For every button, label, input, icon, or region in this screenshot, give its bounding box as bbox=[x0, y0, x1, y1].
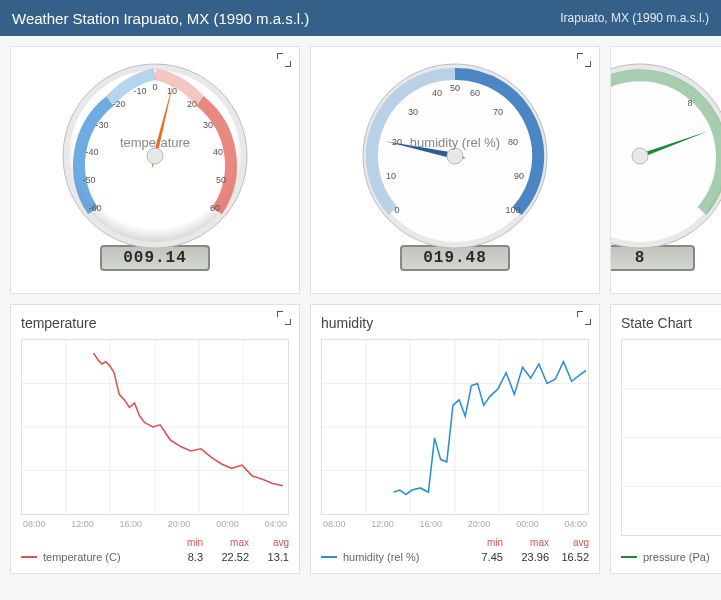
svg-text:30: 30 bbox=[408, 107, 418, 117]
location-label: Irapuato, MX (1990 m.a.s.l.) bbox=[560, 11, 709, 25]
svg-text:-20: -20 bbox=[112, 99, 125, 109]
chart-plot-humidity[interactable] bbox=[321, 339, 589, 515]
expand-icon[interactable] bbox=[277, 53, 291, 67]
series-label: pressure (Pa) bbox=[643, 551, 721, 563]
legend-swatch bbox=[621, 556, 637, 558]
svg-text:60: 60 bbox=[210, 203, 220, 213]
chart-card-temperature: temperature 08:0012:0016:0020:0000:0004:… bbox=[10, 304, 300, 574]
gauge-humidity: 01020 304050 607080 90100 humidity (rel … bbox=[350, 61, 560, 251]
svg-text:90: 90 bbox=[514, 171, 524, 181]
svg-text:0: 0 bbox=[394, 205, 399, 215]
chart-plot-temperature[interactable] bbox=[21, 339, 289, 515]
gauge-temperature: -60-50-40 -30-20-10 01020 304050 60 temp… bbox=[50, 61, 260, 251]
chart-card-state: State Chart pressure (Pa) bbox=[610, 304, 721, 574]
page-title: Weather Station Irapuato, MX (1990 m.a.s… bbox=[12, 10, 309, 27]
svg-text:100: 100 bbox=[505, 205, 520, 215]
gauge-label: humidity (rel %) bbox=[350, 135, 560, 150]
x-axis-ticks: 08:0012:0016:0020:0000:0004:00 bbox=[23, 519, 287, 529]
gauge-card-pressure: 7400078000820008 8 bbox=[610, 46, 721, 294]
svg-text:70: 70 bbox=[493, 107, 503, 117]
chart-title: State Chart bbox=[621, 315, 721, 331]
app-header: Weather Station Irapuato, MX (1990 m.a.s… bbox=[0, 0, 721, 36]
svg-point-31 bbox=[447, 148, 463, 164]
svg-text:-60: -60 bbox=[88, 203, 101, 213]
x-axis-ticks: 08:0012:0016:0020:0000:0004:00 bbox=[323, 519, 587, 529]
gauge-card-temperature: -60-50-40 -30-20-10 01020 304050 60 temp… bbox=[10, 46, 300, 294]
svg-text:-50: -50 bbox=[82, 175, 95, 185]
expand-icon[interactable] bbox=[577, 311, 591, 325]
svg-text:50: 50 bbox=[450, 83, 460, 93]
stats-header: min max avg bbox=[21, 537, 289, 548]
svg-point-39 bbox=[632, 148, 648, 164]
svg-text:20: 20 bbox=[187, 99, 197, 109]
svg-text:0: 0 bbox=[152, 82, 157, 92]
svg-text:50: 50 bbox=[216, 175, 226, 185]
svg-text:8: 8 bbox=[687, 98, 692, 108]
svg-text:10: 10 bbox=[386, 171, 396, 181]
stats-row-humidity: humidity (rel %) 7.45 23.96 16.52 bbox=[321, 551, 589, 563]
chart-title: humidity bbox=[321, 315, 589, 331]
stats-row-temperature: temperature (C) 8.3 22.52 13.1 bbox=[21, 551, 289, 563]
gauge-pressure: 7400078000820008 bbox=[610, 61, 721, 251]
chart-title: temperature bbox=[21, 315, 289, 331]
chart-card-humidity: humidity 08:0012:0016:0020:0000:0004:00 … bbox=[310, 304, 600, 574]
svg-text:40: 40 bbox=[432, 88, 442, 98]
svg-text:60: 60 bbox=[470, 88, 480, 98]
gauge-card-humidity: 01020 304050 607080 90100 humidity (rel … bbox=[310, 46, 600, 294]
svg-text:-10: -10 bbox=[133, 86, 146, 96]
expand-icon[interactable] bbox=[577, 53, 591, 67]
stats-header: min max avg bbox=[321, 537, 589, 548]
dashboard-grid: -60-50-40 -30-20-10 01020 304050 60 temp… bbox=[0, 36, 721, 584]
svg-point-16 bbox=[147, 148, 163, 164]
gauge-label: temperature bbox=[50, 135, 260, 150]
legend-swatch bbox=[321, 556, 337, 558]
chart-plot-state[interactable] bbox=[621, 339, 721, 536]
svg-text:82000: 82000 bbox=[610, 108, 611, 118]
svg-text:30: 30 bbox=[203, 120, 213, 130]
stats-row-pressure: pressure (Pa) bbox=[621, 551, 721, 563]
series-label: temperature (C) bbox=[43, 551, 163, 563]
expand-icon[interactable] bbox=[277, 311, 291, 325]
svg-text:-30: -30 bbox=[95, 120, 108, 130]
series-label: humidity (rel %) bbox=[343, 551, 463, 563]
legend-swatch bbox=[21, 556, 37, 558]
